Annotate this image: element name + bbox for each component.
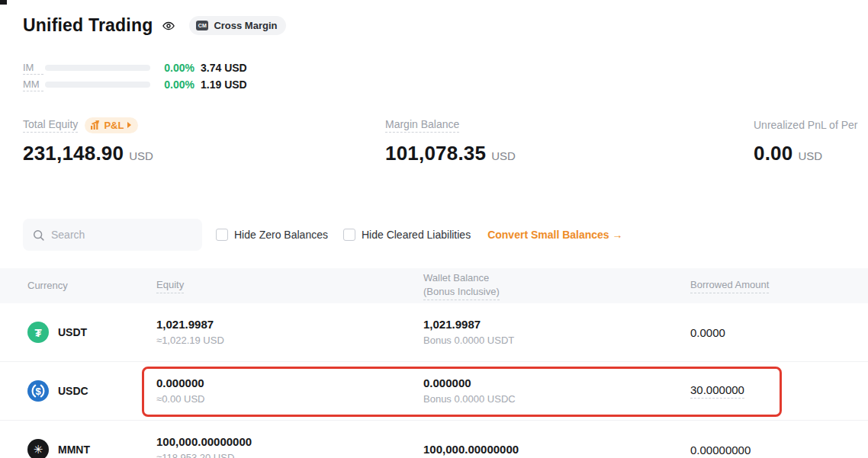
- unified-trading-page: Unified Trading CM Cross Margin IM 0.00%…: [0, 0, 868, 458]
- borrowed-amount: 0.00000000: [690, 444, 868, 456]
- mm-value: 1.19 USD: [201, 78, 247, 91]
- mm-percent: 0.00%: [155, 78, 194, 91]
- borrowed-amount: 0.0000: [690, 326, 868, 339]
- equity-usd: ≈0.00 USD: [156, 392, 423, 406]
- im-progress-bar: [45, 65, 150, 71]
- im-value: 3.74 USD: [201, 62, 247, 74]
- hide-zero-balances-checkbox[interactable]: Hide Zero Balances: [216, 229, 328, 241]
- wallet-bonus: Bonus 0.0000 USDT: [423, 334, 690, 348]
- search-icon: [32, 229, 45, 242]
- margin-ratio-section: IM 0.00% 3.74 USD MM 0.00% 1.19 USD: [23, 59, 247, 93]
- page-header: Unified Trading CM Cross Margin: [23, 15, 286, 36]
- caret-right-icon: [127, 122, 131, 128]
- asset-table: ₮ USDT 1,021.9987 ≈1,022.19 USD 1,021.99…: [0, 303, 868, 458]
- margin-balance-unit: USD: [491, 149, 516, 162]
- col-currency: Currency: [27, 279, 156, 293]
- borrowed-amount: 30.000000: [690, 383, 868, 399]
- coin-symbol: USDT: [58, 326, 87, 338]
- unrealized-pnl-label: Unrealized PnL of Per: [754, 119, 857, 131]
- usdc-coin-icon: $: [27, 380, 49, 402]
- equity-amount: 1,021.9987: [156, 317, 423, 332]
- im-label: IM: [23, 62, 43, 75]
- cross-margin-icon: CM: [196, 21, 208, 30]
- search-box[interactable]: [23, 219, 202, 251]
- checkbox-icon[interactable]: [216, 229, 228, 241]
- table-row-mmnt[interactable]: ✳ MMNT 100,000.00000000 ≈118,953.20 USD …: [0, 421, 868, 458]
- search-input[interactable]: [51, 229, 193, 241]
- wallet-balance: 1,021.9987: [423, 317, 690, 332]
- equity-amount: 0.000000: [156, 376, 423, 391]
- unrealized-pnl-unit: USD: [798, 149, 822, 162]
- im-ratio-row: IM 0.00% 3.74 USD: [23, 59, 247, 76]
- pnl-label: P&L: [104, 120, 124, 131]
- hide-cleared-liabilities-checkbox[interactable]: Hide Cleared Liabilities: [343, 229, 471, 241]
- mmnt-coin-icon: ✳: [27, 439, 49, 458]
- total-equity-value: 231,148.90: [23, 142, 124, 165]
- screenshot-artifact: [0, 0, 7, 5]
- equity-usd: ≈118,953.20 USD: [156, 451, 423, 458]
- unrealized-pnl-value: 0.00: [754, 142, 792, 165]
- unrealized-pnl-block: Unrealized PnL of Per 0.00 USD: [754, 116, 868, 165]
- margin-mode-badge[interactable]: CM Cross Margin: [189, 16, 286, 35]
- coin-symbol: MMNT: [58, 444, 90, 456]
- coin-symbol: USDC: [58, 385, 88, 397]
- total-equity-block: Total Equity P&L 231,148.90 USD: [23, 116, 153, 165]
- total-equity-label: Total Equity: [23, 118, 78, 133]
- im-percent: 0.00%: [155, 62, 194, 74]
- pnl-chart-icon: [91, 120, 101, 130]
- usdt-coin-icon: ₮: [27, 322, 49, 343]
- col-wallet-balance: Wallet Balance (Bonus Inclusive): [423, 271, 690, 300]
- table-row-usdc[interactable]: $ USDC 0.000000 ≈0.00 USD 0.000000 Bonus…: [0, 362, 868, 421]
- col-equity: Equity: [156, 278, 423, 293]
- margin-balance-value: 101,078.35: [385, 142, 486, 165]
- total-equity-unit: USD: [129, 149, 153, 162]
- mm-ratio-row: MM 0.00% 1.19 USD: [23, 76, 247, 93]
- svg-text:$: $: [35, 386, 41, 397]
- eye-icon[interactable]: [162, 19, 175, 33]
- equity-usd: ≈1,022.19 USD: [156, 334, 423, 348]
- wallet-balance: 100,000.00000000: [423, 442, 690, 457]
- account-summary: Total Equity P&L 231,148.90 USD: [0, 116, 868, 169]
- margin-balance-block: Margin Balance 101,078.35 USD: [385, 116, 516, 165]
- convert-small-balances-link[interactable]: Convert Small Balances →: [487, 229, 622, 241]
- mm-progress-bar: [45, 82, 150, 88]
- equity-amount: 100,000.00000000: [156, 434, 423, 450]
- wallet-bonus: Bonus 0.0000 USDC: [423, 392, 690, 406]
- page-title: Unified Trading: [23, 15, 153, 36]
- filter-bar: Hide Zero Balances Hide Cleared Liabilit…: [23, 219, 623, 251]
- mm-label: MM: [23, 78, 43, 91]
- pnl-button[interactable]: P&L: [85, 117, 138, 133]
- wallet-balance: 0.000000: [423, 376, 690, 391]
- table-header: Currency Equity Wallet Balance (Bonus In…: [0, 268, 868, 303]
- table-row-usdt[interactable]: ₮ USDT 1,021.9987 ≈1,022.19 USD 1,021.99…: [0, 303, 868, 362]
- margin-mode-label: Cross Margin: [214, 20, 277, 31]
- col-borrowed-amount: Borrowed Amount: [690, 278, 868, 293]
- checkbox-icon[interactable]: [343, 229, 355, 241]
- margin-balance-label: Margin Balance: [385, 118, 459, 133]
